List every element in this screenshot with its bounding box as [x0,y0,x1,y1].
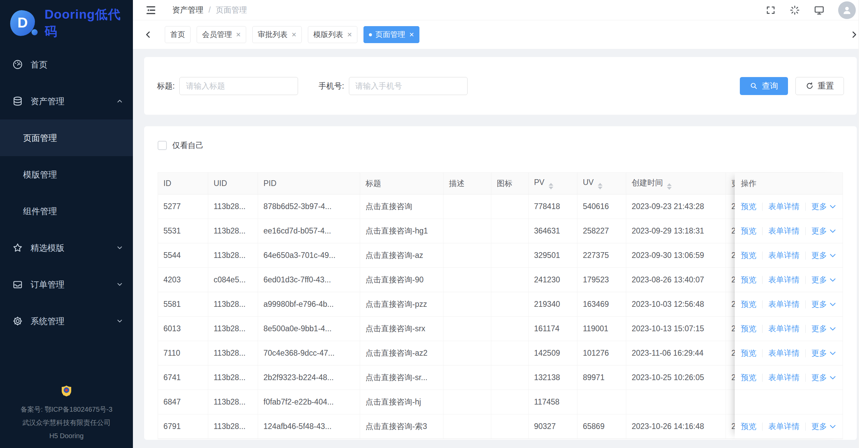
cell-id: 4203 [158,268,208,292]
tab-审批列表[interactable]: 审批列表× [252,26,302,43]
preview-link[interactable]: 预览 [741,299,756,310]
title-input[interactable] [179,77,298,95]
preview-link[interactable]: 预览 [741,226,756,236]
more-link[interactable]: 更多 [811,421,836,432]
preview-link[interactable]: 预览 [741,372,756,383]
cell-title: 点击直接咨询-srx [360,317,443,341]
more-link[interactable]: 更多 [811,226,836,236]
chevron-down-icon [829,229,836,234]
cell-id: 6741 [158,366,208,390]
checkbox-icon[interactable] [158,141,167,150]
sidebar-item-精选模版[interactable]: 精选模版 [0,229,133,266]
tab-bar: 首页会员管理×审批列表×模版列表×页面管理× [133,20,868,49]
tab-会员管理[interactable]: 会员管理× [197,26,246,43]
form-detail-link[interactable]: 表单详情 [768,226,800,236]
tab-页面管理[interactable]: 页面管理× [363,26,419,43]
cell-title: 点击直接咨询 [360,194,443,219]
divider [762,300,763,309]
refresh-spinner-icon[interactable] [789,5,800,16]
preview-link[interactable]: 预览 [741,348,756,358]
cell-uid: 113b28... [208,341,258,366]
preview-link[interactable]: 预览 [741,323,756,334]
form-detail-link[interactable]: 表单详情 [768,323,800,334]
more-link[interactable]: 更多 [811,323,836,334]
monitor-icon[interactable] [814,5,825,16]
topbar: 资产管理 / 页面管理 [133,0,868,20]
divider [762,423,763,431]
cell-id: 6013 [158,317,208,341]
breadcrumb-item[interactable]: 资产管理 [172,5,203,15]
tabs-scroll-right-icon[interactable] [850,30,859,39]
user-avatar[interactable] [838,1,856,19]
more-link[interactable]: 更多 [811,372,836,383]
tabs-scroll-left-icon[interactable] [144,30,153,39]
preview-link[interactable]: 预览 [741,201,756,212]
cell-actions: 预览表单详情更多 [735,317,843,341]
sidebar-item-首页[interactable]: 首页 [0,46,133,83]
tab-label: 审批列表 [258,30,288,40]
form-detail-link[interactable]: 表单详情 [768,348,800,358]
sidebar-item-订单管理[interactable]: 订单管理 [0,266,133,303]
sidebar-item-系统管理[interactable]: 系统管理 [0,303,133,339]
tab-label: 页面管理 [375,30,405,40]
close-icon[interactable]: × [236,31,241,39]
form-detail-link[interactable]: 表单详情 [768,372,800,383]
sidebar-footer: 备案号: 鄂ICP备18024675号-3 武汉众学慧科技有限责任公司 H5 D… [0,385,133,443]
form-detail-link[interactable]: 表单详情 [768,201,800,212]
close-icon[interactable]: × [409,31,414,39]
sidebar-item-资产管理[interactable]: 资产管理 [0,83,133,119]
form-detail-link[interactable]: 表单详情 [768,250,800,261]
page-scrollbar[interactable] [859,0,868,448]
preview-link[interactable]: 预览 [741,250,756,261]
cell-pid: f0fab7f2-e22b-404... [258,390,360,414]
app-logo[interactable]: D Dooring低代码 [0,0,133,46]
more-link[interactable]: 更多 [811,201,836,212]
cell-icon [491,268,529,292]
filter-buttons: 查询 重置 [740,77,844,95]
cell-desc [443,317,491,341]
cell-desc [443,194,491,219]
chevron-down-icon [116,317,123,325]
column-header-PV[interactable]: PV [529,173,577,194]
cell-actions: 预览表单详情更多 [735,292,843,317]
phone-input[interactable] [349,77,468,95]
cell-icon [491,390,529,414]
sidebar-subitem-页面管理[interactable]: 页面管理 [0,119,133,156]
cell-pv: 132138 [529,366,577,390]
search-button[interactable]: 查询 [740,77,788,95]
sort-icon[interactable] [598,183,603,189]
preview-link[interactable]: 预览 [741,275,756,285]
more-link[interactable]: 更多 [811,275,836,285]
tab-首页[interactable]: 首页 [165,26,191,43]
cell-pv: 219340 [529,292,577,317]
menu-fold-icon[interactable] [145,4,157,16]
cell-actions: 预览表单详情更多 [735,243,843,268]
close-icon[interactable]: × [347,31,352,39]
more-link[interactable]: 更多 [811,348,836,358]
search-icon [750,82,758,90]
only-mine-checkbox[interactable]: 仅看自己 [158,140,843,151]
cell-icon [491,317,529,341]
tab-模版列表[interactable]: 模版列表× [308,26,357,43]
cell-title: 点击直接咨询-hg1 [360,219,443,243]
sidebar-subitem-组件管理[interactable]: 组件管理 [0,193,133,229]
more-link[interactable]: 更多 [811,299,836,310]
sidebar-subitem-模版管理[interactable]: 模版管理 [0,156,133,193]
form-detail-link[interactable]: 表单详情 [768,275,800,285]
more-link[interactable]: 更多 [811,250,836,261]
fullscreen-icon[interactable] [766,5,776,15]
column-header-描述: 描述 [443,173,491,194]
column-header-UV[interactable]: UV [577,173,626,194]
cell-title: 点击直接咨询-索3 [360,414,443,439]
form-detail-link[interactable]: 表单详情 [768,299,800,310]
divider [762,325,763,333]
order-icon [12,279,23,290]
sort-icon[interactable] [667,183,672,190]
sort-icon[interactable] [549,183,553,189]
close-icon[interactable]: × [292,31,296,39]
form-detail-link[interactable]: 表单详情 [768,421,800,432]
reset-button[interactable]: 重置 [795,77,844,95]
cell-actions: 预览表单详情更多 [735,366,843,390]
preview-link[interactable]: 预览 [741,421,756,432]
column-header-创建时间[interactable]: 创建时间 [626,173,726,194]
